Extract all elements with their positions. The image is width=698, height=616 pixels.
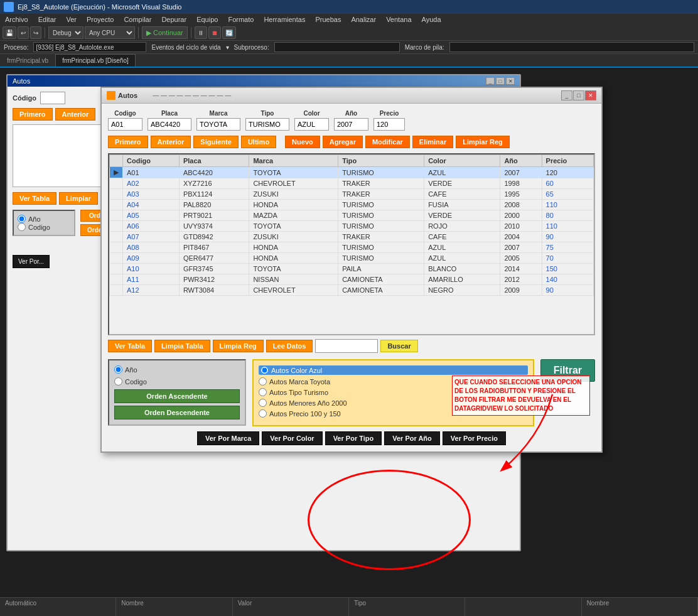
radio-option-0[interactable]: Autos Color Azul: [259, 365, 528, 375]
menu-item-editar[interactable]: Editar: [33, 14, 62, 25]
popup-maximize-btn[interactable]: □: [573, 90, 584, 100]
toolbar-btn-2[interactable]: ↩: [18, 26, 29, 39]
primero-btn[interactable]: Primero: [108, 136, 148, 148]
table-row[interactable]: A10GFR3745TOYOTAPAILABLANCO2014150: [110, 264, 594, 274]
sort-radio-año[interactable]: Año: [114, 365, 137, 374]
codigo-input[interactable]: [108, 118, 142, 131]
precio-input[interactable]: [373, 118, 405, 131]
table-row[interactable]: A03PBX1124ZUSUKITRAKERCAFE199565: [110, 189, 594, 200]
buscar-btn[interactable]: Buscar: [380, 340, 417, 352]
data-grid-container[interactable]: Codigo Placa Marca Tipo Color Año Precio…: [108, 153, 595, 335]
anterior-btn[interactable]: Anterior: [151, 136, 191, 148]
sort-radio-año-input[interactable]: [114, 365, 122, 374]
search-input[interactable]: [315, 339, 378, 353]
table-row[interactable]: A02XYZ7216CHEVROLETTRAKERVERDE199860: [110, 178, 594, 189]
col-marca: Marca: [249, 155, 338, 167]
orden-desc-btn[interactable]: Orden Descendente: [114, 406, 240, 419]
ver-tabla-btn[interactable]: Ver Tabla: [108, 340, 152, 352]
menu-item-analizar[interactable]: Analizar: [346, 14, 381, 25]
color-input[interactable]: [294, 118, 329, 131]
bg-radio-codigo[interactable]: Codigo: [18, 223, 70, 231]
view-btn-3[interactable]: Ver Por Año: [384, 431, 440, 445]
table-row[interactable]: A09QER6477HONDATURISMOAZUL200570: [110, 253, 594, 264]
view-btn-2[interactable]: Ver Por Tipo: [325, 431, 382, 445]
menu-item-herramientas[interactable]: Herramientas: [259, 14, 310, 25]
view-btn-0[interactable]: Ver Por Marca: [197, 431, 259, 445]
bg-close-btn[interactable]: ✕: [506, 77, 515, 85]
pause-btn[interactable]: ⏸: [195, 26, 207, 39]
table-row[interactable]: ▶A01ABC4420TOYOTATURISMOAZUL2007120: [110, 167, 594, 178]
table-row[interactable]: A05PRT9021MAZDATURISMOVERDE200080: [110, 210, 594, 221]
table-row[interactable]: A07GTD8942ZUSUKITRAKERCAFE200490: [110, 232, 594, 242]
cell-marca: ZUSUKI: [249, 232, 338, 242]
menu-item-ventana[interactable]: Ventana: [381, 14, 416, 25]
table-row[interactable]: A11PWR3412NISSANCAMIONETAAMARILLO2012140: [110, 274, 594, 285]
bg-codigo-input[interactable]: [40, 92, 65, 104]
cell-marca: HONDA: [249, 200, 338, 210]
bottom-label-5: Nombre: [587, 600, 609, 602]
modificar-btn[interactable]: Modificar: [365, 136, 410, 148]
stop-btn[interactable]: ⏹: [208, 26, 221, 39]
bg-anterior-btn[interactable]: Anterior: [55, 108, 96, 121]
restart-btn[interactable]: 🔄: [222, 26, 236, 39]
marca-input[interactable]: [196, 118, 240, 131]
placa-input[interactable]: [148, 118, 191, 131]
bg-ver-tabla-btn[interactable]: Ver Tabla: [13, 192, 56, 205]
sort-radio-codigo[interactable]: Codigo: [114, 377, 147, 386]
bg-ver-p-btn[interactable]: Ver Por...: [13, 255, 50, 268]
menu-item-compilar[interactable]: Compilar: [119, 14, 156, 25]
menu-item-formato[interactable]: Formato: [223, 14, 259, 25]
bg-radio-año[interactable]: Año: [18, 215, 70, 223]
nuevo-btn[interactable]: Nuevo: [285, 136, 320, 148]
view-btn-1[interactable]: Ver Por Color: [262, 431, 322, 445]
bg-minimize-btn[interactable]: _: [486, 77, 495, 85]
menu-item-pruebas[interactable]: Pruebas: [310, 14, 346, 25]
bg-limpiar-btn[interactable]: Limpiar: [59, 192, 98, 205]
limpiar-reg-btn[interactable]: Limpiar Reg: [456, 136, 510, 148]
proceso-input[interactable]: [33, 42, 146, 52]
cell-marca: NISSAN: [249, 274, 338, 285]
table-row[interactable]: A08PIT8467HONDATURISMOAZUL200775: [110, 242, 594, 253]
menu-item-archivo[interactable]: Archivo: [0, 14, 33, 25]
año-input[interactable]: [334, 118, 368, 131]
table-row[interactable]: A04PAL8820HONDATURISMOFUSIA2008110: [110, 200, 594, 210]
limpia-tabla-btn[interactable]: Limpia Tabla: [154, 340, 210, 352]
siguiente-btn[interactable]: Siguiente: [193, 136, 239, 148]
orden-asc-btn[interactable]: Orden Ascendente: [114, 389, 240, 403]
menu-item-ayuda[interactable]: Ayuda: [417, 14, 446, 25]
popup-minimize-btn[interactable]: _: [561, 90, 572, 100]
lee-datos-btn[interactable]: Lee Datos: [266, 340, 313, 352]
agregar-btn[interactable]: Agregar: [323, 136, 363, 148]
filter-radio-0[interactable]: [260, 366, 269, 374]
table-row[interactable]: A12RWT3084CHEVROLETCAMIONETANEGRO200990: [110, 285, 594, 296]
menu-item-equipo[interactable]: Equipo: [191, 14, 223, 25]
toolbar-btn-1[interactable]: 💾: [3, 26, 16, 39]
bg-maximize-btn[interactable]: □: [496, 77, 505, 85]
sort-radio-codigo-input[interactable]: [114, 377, 122, 386]
popup-close-btn[interactable]: ✕: [585, 90, 596, 100]
tipo-input[interactable]: [245, 118, 289, 131]
table-row[interactable]: A06UVY9374TOYOTATURISMOROJO2010110: [110, 221, 594, 232]
col-color: Color: [424, 155, 500, 167]
ultimo-btn[interactable]: Ultimo: [241, 136, 276, 148]
toolbar-btn-3[interactable]: ↪: [30, 26, 41, 39]
subproceso-input[interactable]: [274, 42, 400, 52]
menu-item-depurar[interactable]: Depurar: [156, 14, 191, 25]
tab-1[interactable]: frmPrincipal.vb [Diseño]: [55, 54, 136, 67]
filter-radio-4[interactable]: [259, 409, 267, 418]
marco-input[interactable]: [449, 42, 694, 52]
menu-item-proyecto[interactable]: Proyecto: [82, 14, 119, 25]
cell-precio: 60: [542, 178, 593, 189]
limpia-reg-btn[interactable]: Limpia Reg: [213, 340, 264, 352]
cpu-dropdown[interactable]: Any CPU: [85, 26, 135, 39]
view-btn-4[interactable]: Ver Por Precio: [443, 431, 506, 445]
debug-mode-dropdown[interactable]: Debug: [48, 26, 83, 39]
filter-radio-1[interactable]: [259, 377, 267, 386]
filter-radio-3[interactable]: [259, 399, 267, 407]
bg-primero-btn[interactable]: Primero: [13, 108, 53, 121]
eliminar-btn[interactable]: Eliminar: [412, 136, 453, 148]
menu-item-ver[interactable]: Ver: [61, 14, 82, 25]
tab-0[interactable]: frmPrincipal.vb: [0, 54, 55, 67]
filter-radio-2[interactable]: [259, 388, 267, 396]
continue-button[interactable]: ▶ Continuar: [142, 26, 188, 39]
